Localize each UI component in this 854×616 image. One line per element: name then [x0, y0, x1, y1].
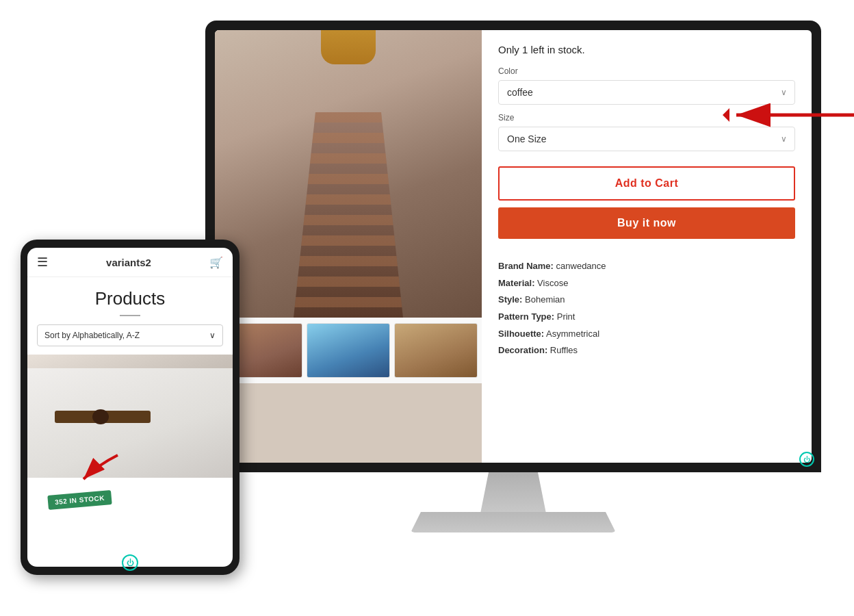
monitor-inner: Only 1 left in stock. Color coffee Size …	[215, 30, 812, 463]
size-select[interactable]: One Size	[498, 127, 795, 151]
product-detail-column: Only 1 left in stock. Color coffee Size …	[482, 30, 812, 463]
tablet: ☰ variants2 🛒 Products Sort by Alphabeti…	[21, 240, 240, 575]
meta-material: Material: Viscose	[498, 275, 795, 292]
tablet-title-divider	[120, 315, 140, 316]
chevron-down-icon: ∨	[209, 331, 216, 340]
meta-silhouette: Silhouette: Asymmetrical	[498, 326, 795, 343]
tablet-power-icon: ⏻	[122, 554, 138, 571]
monitor-bezel: Only 1 left in stock. Color coffee Size …	[205, 21, 821, 472]
product-main-image	[215, 30, 482, 318]
thumbnail-2[interactable]	[307, 323, 390, 378]
meta-pattern: Pattern Type: Print	[498, 309, 795, 326]
meta-brand: Brand Name: canwedance	[498, 258, 795, 275]
size-label: Size	[498, 113, 795, 123]
add-to-cart-button[interactable]: Add to Cart	[498, 166, 795, 201]
tablet-product-area: 352 IN STOCK	[27, 355, 233, 567]
sort-label: Sort by Alphabetically, A-Z	[44, 331, 140, 340]
monitor-power-icon: ⏻	[799, 452, 814, 467]
meta-decoration: Decoration: Ruffles	[498, 342, 795, 359]
buy-now-button[interactable]: Buy it now	[498, 207, 795, 239]
color-select[interactable]: coffee	[498, 80, 795, 105]
hamburger-icon[interactable]: ☰	[37, 255, 48, 270]
stock-badge: 352 IN STOCK	[47, 490, 112, 510]
figure-hair	[321, 30, 376, 64]
color-select-wrapper: coffee	[498, 80, 795, 105]
tablet-page-title: Products	[27, 277, 233, 315]
cart-icon[interactable]: 🛒	[209, 256, 223, 269]
monitor: Only 1 left in stock. Color coffee Size …	[205, 21, 835, 541]
product-image-column	[215, 30, 482, 463]
tablet-sort-dropdown[interactable]: Sort by Alphabetically, A-Z ∨	[37, 324, 223, 346]
stock-text: Only 1 left in stock.	[498, 44, 585, 55]
tablet-app-name: variants2	[106, 257, 151, 268]
monitor-stand-base	[411, 512, 616, 532]
monitor-stand-neck	[472, 472, 554, 513]
tablet-header: ☰ variants2 🛒	[27, 248, 233, 277]
belt-buckle	[92, 409, 109, 424]
thumbnail-3[interactable]	[394, 323, 478, 378]
figure-skirt-pattern	[294, 112, 403, 318]
stock-label: Only 1 left in stock.	[498, 44, 795, 55]
size-select-wrapper: One Size	[498, 127, 795, 151]
thumbnail-row	[215, 318, 482, 383]
stock-arrow-tablet	[70, 452, 131, 486]
tablet-screen: ☰ variants2 🛒 Products Sort by Alphabeti…	[27, 248, 233, 567]
color-label: Color	[498, 66, 795, 76]
product-meta: Brand Name: canwedance Material: Viscose…	[498, 258, 795, 359]
meta-style: Style: Bohemian	[498, 292, 795, 309]
